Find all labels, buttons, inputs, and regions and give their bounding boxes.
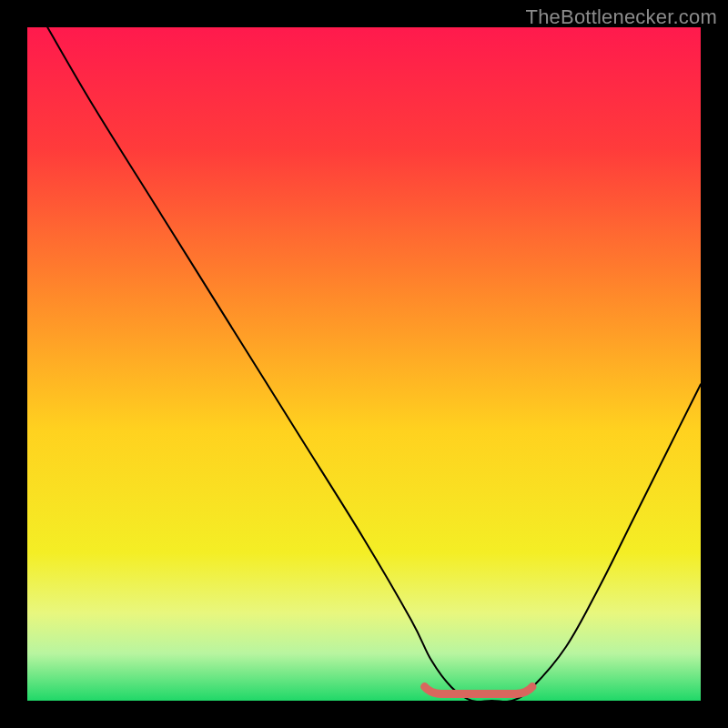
gradient-background	[27, 27, 701, 701]
watermark-text: TheBottlenecker.com	[526, 5, 717, 29]
chart-container: TheBottlenecker.com	[0, 0, 728, 728]
plot-area	[27, 27, 701, 701]
bottleneck-chart	[27, 27, 701, 701]
